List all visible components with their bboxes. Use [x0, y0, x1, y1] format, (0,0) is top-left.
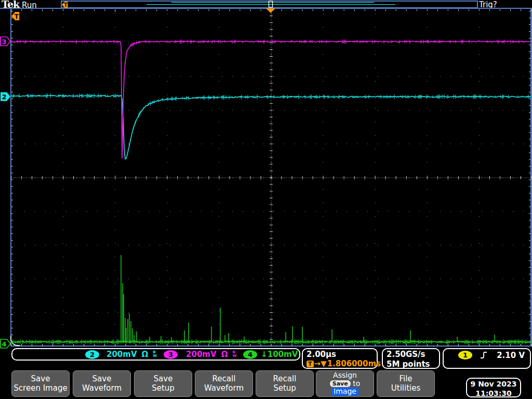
save-pill-icon: Save — [330, 380, 351, 387]
ch3-coupling-icon: Ω — [221, 350, 228, 359]
ch3-badge[interactable]: 3 — [164, 350, 178, 359]
assign-save-to-image-button[interactable]: Assign Save to Image — [316, 370, 374, 397]
trigger-level: 2.10 V — [497, 351, 525, 360]
save-waveform-button[interactable]: SaveWaveform — [73, 370, 131, 397]
sample-rate: 2.50GS/s — [387, 350, 435, 360]
ch2-scale: 200mV — [107, 350, 137, 359]
horizontal-readout[interactable]: 2.00µs T→▼1.806000ms — [302, 348, 378, 369]
date: 9 Nov 2023 — [467, 379, 520, 389]
delay-value: 1.806000ms — [327, 359, 381, 368]
ch2-coupling-icon: Ω — [142, 350, 149, 359]
time: 11:03:30 — [467, 389, 520, 398]
acquisition-readout[interactable]: 2.50GS/s 5M points — [382, 348, 440, 369]
plot-border-top — [0, 8, 532, 9]
ch2-bandwidth-icon: BW — [153, 351, 157, 358]
oscilloscope-screen: Tek Run Trig? TT324 2 200mV Ω BW 3 200mV… — [0, 0, 532, 399]
ch4-badge[interactable]: 4 — [243, 350, 257, 359]
ch2-badge[interactable]: 2 — [85, 350, 99, 359]
ch3-bandwidth-icon: BW — [232, 351, 236, 358]
record-length: 5M points — [387, 360, 435, 369]
plot-corner-accent — [10, 336, 20, 346]
recall-setup-button[interactable]: RecallSetup — [256, 370, 314, 397]
rising-edge-icon — [480, 351, 488, 360]
channel-readouts[interactable]: 2 200mV Ω BW 3 200mV Ω BW 4 ↓100mV Ω BW — [11, 348, 300, 361]
svg-text:4: 4 — [2, 340, 6, 348]
delay-arrows-icon: →▼ — [314, 359, 327, 368]
plot-border-left — [10, 8, 11, 347]
recall-waveform-button[interactable]: RecallWaveform — [195, 370, 253, 397]
svg-text:3: 3 — [2, 38, 6, 46]
ch3-scale: 200mV — [186, 350, 217, 359]
timebase-scale: 2.00µs — [307, 350, 373, 359]
save-screen-image-button[interactable]: SaveScreen Image — [11, 370, 70, 397]
trigger-flag-icon: T — [307, 361, 314, 367]
file-utilities-button[interactable]: FileUtilities — [377, 370, 435, 397]
trigger-source-badge: 1 — [458, 351, 472, 360]
trigger-readout[interactable]: 1 2.10 V — [443, 348, 531, 369]
save-setup-button[interactable]: SaveSetup — [134, 370, 192, 397]
plot-border-bottom — [10, 345, 532, 347]
svg-text:2: 2 — [2, 93, 6, 101]
ch4-scale: ↓100mV — [261, 350, 298, 359]
waveform-canvas: TT324 — [0, 0, 532, 399]
record-view-bar[interactable] — [61, 1, 478, 8]
datetime-display: 9 Nov 2023 11:03:30 — [466, 378, 521, 397]
svg-text:T: T — [15, 13, 19, 20]
assign-target-value: Image — [331, 388, 358, 395]
